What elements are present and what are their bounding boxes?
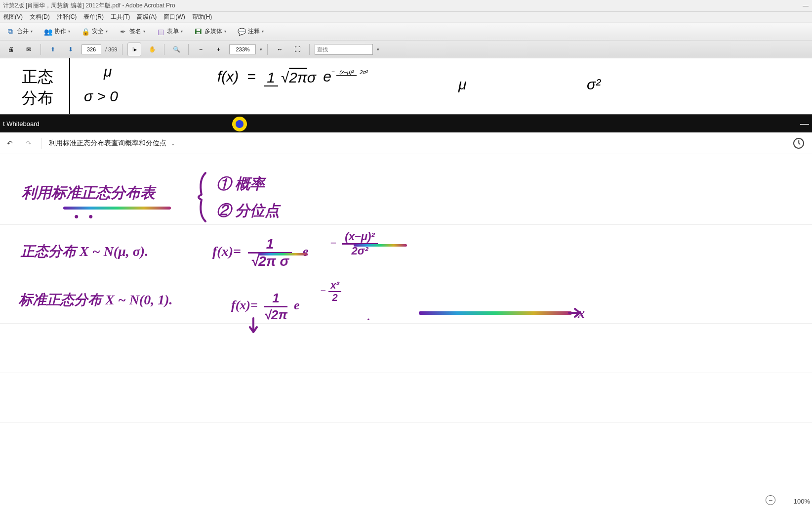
acrobat-toolbar-tasks: ⧉ 合并▾ 👥 协作▾ 🔒 安全▾ ✒ 签名▾ ▤ 表单▾ 🎞 多媒体▾ 💬 注… [0,23,812,41]
sign-button[interactable]: ✒ 签名▾ [116,26,148,37]
whiteboard-app-name: t Whiteboard [3,120,40,127]
fit-page-icon: ⛶ [294,46,300,53]
page-total-label: / 369 [105,46,117,52]
whiteboard-maximize-icon[interactable]: — [800,119,809,129]
zoom-dropdown-icon[interactable]: ▾ [260,47,262,52]
menu-view[interactable]: 视图(V) [3,13,23,21]
separator [41,138,42,149]
separator [188,44,189,55]
menu-document[interactable]: 文档(D) [30,13,50,21]
merge-icon: ⧉ [6,27,15,36]
ruled-line [0,274,812,274]
handwriting-bullet-2: ② 分位点 [216,201,280,221]
cursor-highlight-icon [232,117,247,131]
board-title-dropdown[interactable]: 利用标准正态分布表查询概率和分位点 ⌄ [49,139,175,148]
distribution-name-label: 正态 分布 [22,66,53,109]
form-button[interactable]: ▤ 表单▾ [153,26,186,37]
secure-label: 安全 [92,27,104,36]
acrobat-toolbar-nav: 🖨 ✉ ⬆ ⬇ / 369 I▸ ✋ 🔍 − + 233% ▾ ↔ ⛶ ▾ [0,41,812,58]
comment-label: 注释 [248,27,260,36]
param-mu-label: μ [104,63,112,80]
multimedia-button[interactable]: 🎞 多媒体▾ [191,26,229,37]
pen-icon: ✒ [119,27,127,36]
menu-annotations[interactable]: 注释(C) [57,13,77,21]
multimedia-label: 多媒体 [204,27,222,36]
menu-tools[interactable]: 工具(T) [111,13,130,21]
separator [122,44,122,55]
handwriting-bullet-1: ① 概率 [216,174,265,194]
separator [309,44,310,55]
email-button[interactable]: ✉ [22,42,36,56]
board-title-text: 利用标准正态分布表查询概率和分位点 [49,139,166,148]
timer-icon[interactable] [793,138,804,149]
acrobat-title-bar: 计第2版 [肖丽华，周慧新 编著] 2012年版.pdf - Adobe Acr… [0,0,812,12]
page-number-input[interactable] [81,44,101,54]
print-button[interactable]: 🖨 [4,42,18,56]
arrow-up-icon: ⬆ [50,46,55,53]
marquee-zoom-icon: 🔍 [173,46,180,53]
separator [164,44,164,55]
hand-tool-button[interactable]: ✋ [145,42,159,56]
window-minimize-icon[interactable]: — [802,2,809,9]
underline-gradient [258,253,308,255]
zoom-level-value: 233% [236,46,249,52]
ruled-line [0,323,812,324]
hand-icon: ✋ [149,46,156,53]
find-input[interactable] [315,44,373,55]
email-icon: ✉ [26,46,31,53]
param-sigma-label: σ > 0 [84,88,118,105]
down-arrow-icon [246,317,261,337]
ruled-line [0,224,812,225]
marquee-zoom-button[interactable]: 🔍 [169,42,183,56]
axis-gradient [419,311,572,315]
text-select-icon: I▸ [132,46,137,53]
table-column-divider [69,58,70,114]
variance-column-label: σ² [587,76,601,93]
select-tool-button[interactable]: I▸ [127,42,141,56]
merge-button[interactable]: ⧉ 合并▾ [3,26,36,37]
secure-button[interactable]: 🔒 安全▾ [78,26,111,37]
menu-window[interactable]: 窗口(W) [163,13,185,21]
whiteboard-canvas[interactable]: 利用标准正态分布表 •• ① 概率 ② 分位点 正态分布 X ~ N(μ, σ)… [0,161,812,508]
undo-button[interactable]: ↶ [4,139,16,147]
zoom-level-input[interactable]: 233% [229,44,256,54]
handwriting-std-normal: 标准正态分布 X ~ N(0, 1). [19,291,173,309]
lock-icon: 🔒 [81,27,90,36]
fit-width-button[interactable]: ↔ [273,42,286,56]
pdf-formula: f(x) = 1√2πσ e− (x−μ)²2σ² [217,68,371,86]
page-up-button[interactable]: ⬆ [46,42,60,56]
handwriting-x-label: x [578,305,585,321]
ruled-line [0,422,812,423]
zoom-in-button[interactable]: + [211,42,225,56]
canvas-zoom-label: 100% [794,498,810,505]
fit-width-icon: ↔ [277,46,283,53]
acrobat-menu-bar: 视图(V) 文档(D) 注释(C) 表单(R) 工具(T) 高级(A) 窗口(W… [0,12,812,23]
separator [41,44,41,55]
plus-icon: + [217,46,220,53]
minus-icon: − [199,46,203,53]
zoom-out-button[interactable]: − [194,42,207,56]
comment-button[interactable]: 💬 注释▾ [234,26,267,37]
menu-advanced[interactable]: 高级(A) [137,13,157,21]
underline-gradient [354,244,407,247]
speech-bubble-icon: 💬 [237,27,246,36]
find-dropdown-icon[interactable]: ▾ [377,47,379,52]
page-down-button[interactable]: ⬇ [64,42,78,56]
chevron-down-icon: ⌄ [170,140,175,147]
separator [267,44,268,55]
handwriting-dots: •• [74,210,103,224]
brace-icon [196,170,210,224]
handwriting-dot: . [367,310,370,323]
sign-label: 签名 [129,27,141,36]
menu-help[interactable]: 帮助(H) [192,13,212,21]
handwriting-heading: 利用标准正态分布表 [22,183,155,203]
collaborate-button[interactable]: 👥 协作▾ [41,26,73,37]
film-icon: 🎞 [194,27,203,36]
redo-button[interactable]: ↷ [23,139,35,147]
handwriting-normal-dist: 正态分布 X ~ N(μ, σ). [21,242,148,261]
pdf-page-content[interactable]: 正态 分布 μ σ > 0 f(x) = 1√2πσ e− (x−μ)²2σ² … [0,58,812,115]
canvas-zoom-out-button[interactable]: − [766,495,775,505]
acrobat-title-text: 计第2版 [肖丽华，周慧新 编著] 2012年版.pdf - Adobe Acr… [3,1,175,10]
fit-page-button[interactable]: ⛶ [290,42,304,56]
menu-forms[interactable]: 表单(R) [83,13,104,21]
